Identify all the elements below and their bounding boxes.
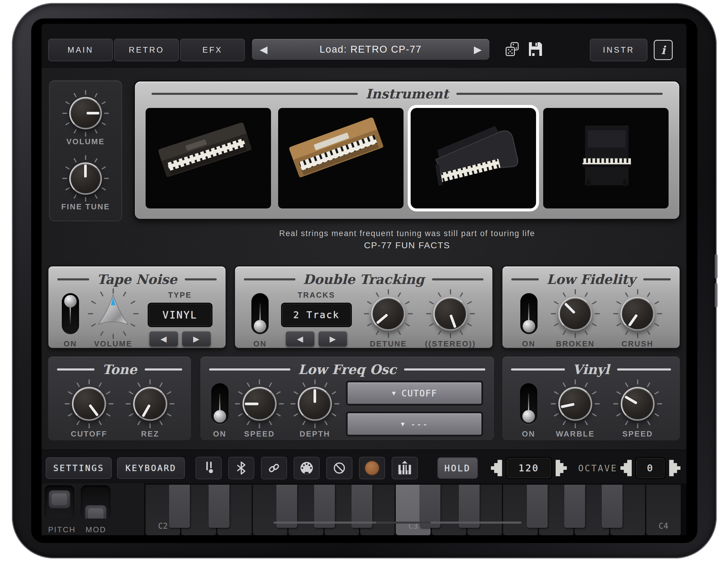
- preset-prev-button[interactable]: ◀: [260, 43, 267, 55]
- vinyl-speed-knob[interactable]: [613, 380, 662, 428]
- piano-key-F#3[interactable]: [527, 485, 548, 528]
- preset-next-button[interactable]: ▶: [474, 43, 482, 55]
- tab-efx[interactable]: EFX: [180, 39, 245, 61]
- keys-panel-button[interactable]: [392, 457, 418, 479]
- tuning-button[interactable]: [196, 457, 222, 479]
- keyboard-zone: PITCH MOD C2C3C4: [42, 484, 686, 535]
- fine-tune-knob[interactable]: [62, 155, 109, 201]
- save-preset-button[interactable]: [526, 40, 544, 58]
- tab-retro[interactable]: RETRO: [114, 39, 179, 61]
- tone-cutoff-knob[interactable]: [65, 380, 114, 428]
- hold-button[interactable]: HOLD: [437, 457, 478, 479]
- ipad-device-frame: MAIN RETRO EFX ◀ Load: RETRO CP-77 ▶: [12, 3, 717, 558]
- instrument-tile-stage-ep[interactable]: [146, 108, 271, 208]
- tri-blade-knob: [91, 292, 135, 336]
- link-icon: [267, 461, 281, 476]
- midi-button[interactable]: [294, 457, 320, 479]
- piano-key-C#3[interactable]: [420, 485, 440, 528]
- keyboard-scrollbar-thumb[interactable]: [376, 522, 431, 524]
- double-tracking-on-label: ON: [253, 339, 267, 349]
- dice-icon: [504, 41, 521, 58]
- warble-knob[interactable]: [551, 380, 600, 428]
- piano-key-C4[interactable]: C4: [646, 485, 682, 535]
- divider-line: [57, 278, 89, 280]
- divider-line: [209, 369, 290, 371]
- type-prev-button[interactable]: ◀: [149, 331, 178, 347]
- octave-increment-button[interactable]: [669, 459, 680, 477]
- lfo-destination2-dropdown[interactable]: ▼ ---: [346, 412, 483, 437]
- tone-rez-knob[interactable]: [126, 380, 174, 428]
- volume-down-side-button[interactable]: [715, 283, 718, 308]
- low-fidelity-on-label: ON: [522, 339, 535, 349]
- vinyl-panel: Vinyl ON: [502, 356, 680, 441]
- instrument-tile-tan-ep[interactable]: [278, 108, 404, 208]
- link-button[interactable]: [261, 457, 287, 479]
- low-freq-osc-panel: Low Freq Osc ON: [200, 356, 495, 441]
- tracks-prev-button[interactable]: ◀: [286, 331, 314, 347]
- lfo-on-label: ON: [213, 429, 226, 439]
- settings-button[interactable]: SETTINGS: [46, 457, 112, 479]
- pitch-wheel[interactable]: [45, 485, 74, 519]
- electric-grand-image: [411, 108, 536, 208]
- record-button[interactable]: [359, 457, 385, 479]
- low-fidelity-on-switch[interactable]: [520, 293, 538, 334]
- tape-noise-volume-knob[interactable]: [88, 289, 138, 339]
- knob-pointer: [298, 387, 332, 421]
- stereo-knob[interactable]: [426, 289, 475, 338]
- bluetooth-button[interactable]: [228, 457, 254, 479]
- broken-label: BROKEN: [556, 339, 595, 349]
- midi-icon: [299, 460, 314, 476]
- crush-knob[interactable]: [613, 289, 662, 338]
- divider-line: [145, 369, 182, 371]
- lfo-speed-knob[interactable]: [235, 380, 284, 428]
- piano-key-D#2[interactable]: [209, 485, 229, 528]
- divider-line: [617, 369, 671, 371]
- mod-wheel-handle[interactable]: [85, 505, 107, 519]
- screenshot-stage: MAIN RETRO EFX ◀ Load: RETRO CP-77 ▶: [0, 0, 728, 562]
- piano-key-G#3[interactable]: [564, 485, 585, 528]
- piano-key-F#2[interactable]: [276, 485, 297, 528]
- none-button[interactable]: [326, 457, 352, 479]
- detune-knob[interactable]: [364, 289, 413, 338]
- instrument-tile-upright[interactable]: [543, 108, 669, 208]
- switch-ball: [254, 320, 266, 333]
- octave-decrement-button[interactable]: [620, 459, 632, 477]
- chevron-down-icon: ▼: [401, 421, 405, 428]
- double-tracking-on-switch[interactable]: [251, 293, 269, 334]
- instrument-tile-electric-grand[interactable]: [411, 108, 536, 208]
- piano-key-D#3[interactable]: [459, 485, 480, 528]
- divider-line: [152, 93, 358, 95]
- instr-button[interactable]: INSTR: [590, 39, 647, 61]
- knob-pointer: [555, 384, 595, 424]
- keyboard-button[interactable]: KEYBOARD: [117, 457, 185, 479]
- tab-main[interactable]: MAIN: [48, 39, 113, 61]
- randomize-button[interactable]: [503, 40, 521, 59]
- keys-up-icon: [396, 460, 413, 476]
- pitch-wheel-handle[interactable]: [48, 490, 70, 509]
- broken-knob[interactable]: [551, 289, 600, 338]
- lfo-on-switch[interactable]: [211, 383, 229, 424]
- piano-key-A#2[interactable]: [352, 485, 372, 528]
- tempo-increment-button[interactable]: [556, 459, 567, 477]
- save-icon: [526, 40, 544, 58]
- volume-up-side-button[interactable]: [715, 254, 718, 278]
- lfo-depth-label: DEPTH: [300, 429, 330, 439]
- tape-noise-on-switch[interactable]: [62, 293, 79, 334]
- tempo-decrement-button[interactable]: [491, 459, 502, 477]
- preset-selector[interactable]: ◀ Load: RETRO CP-77 ▶: [251, 38, 490, 61]
- mod-wheel[interactable]: [81, 485, 111, 519]
- lfo-depth-knob[interactable]: [291, 380, 339, 428]
- volume-knob[interactable]: [62, 90, 109, 136]
- vinyl-on-switch[interactable]: [520, 383, 537, 424]
- type-next-button[interactable]: ▶: [182, 331, 211, 347]
- bottom-toolbar: SETTINGS KEYBOARD: [46, 456, 680, 481]
- piano-key-C#2[interactable]: [169, 485, 190, 528]
- tape-noise-type-display: VINYL: [148, 303, 212, 327]
- divider-line: [404, 369, 485, 371]
- piano-key-G#2[interactable]: [314, 485, 335, 528]
- lfo-destination-dropdown[interactable]: ▼ CUTOFF: [346, 381, 483, 406]
- preset-label: Load: RETRO CP-77: [320, 44, 422, 55]
- tracks-next-button[interactable]: ▶: [319, 331, 347, 347]
- info-button[interactable]: i: [654, 40, 673, 60]
- piano-key-A#3[interactable]: [602, 485, 623, 528]
